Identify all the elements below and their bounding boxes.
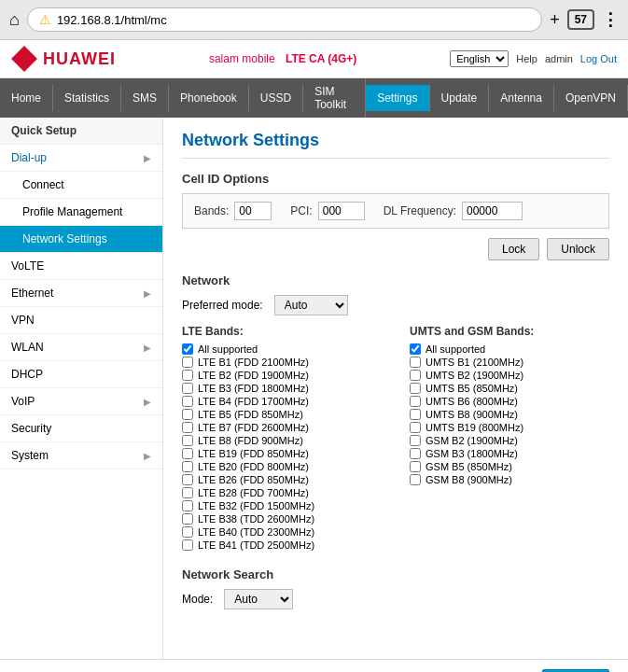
umts-b8-checkbox[interactable] <box>410 409 421 420</box>
umts-b8: UMTS B8 (900MHz) <box>410 409 609 420</box>
lte-b1-checkbox[interactable] <box>182 357 193 368</box>
umts-b5-checkbox[interactable] <box>410 383 421 394</box>
lte-b7-checkbox[interactable] <box>182 422 193 433</box>
gsm-b2-checkbox[interactable] <box>410 435 421 446</box>
nav-statistics[interactable]: Statistics <box>53 85 121 111</box>
chevron-icon: ▶ <box>144 397 151 407</box>
dl-freq-input[interactable] <box>462 202 523 220</box>
lte-b4: LTE B4 (FDD 1700MHz) <box>182 396 382 407</box>
lte-b32-checkbox[interactable] <box>182 500 193 511</box>
nav-simtoolkit[interactable]: SIM Toolkit <box>303 78 366 118</box>
lte-b5: LTE B5 (FDD 850MHz) <box>182 409 382 420</box>
nav-phonebook[interactable]: Phonebook <box>169 85 249 111</box>
lte-b2: LTE B2 (FDD 1900MHz) <box>182 370 382 381</box>
bands-input[interactable] <box>234 202 272 220</box>
preferred-mode-select[interactable]: Auto 4G Only 3G Only 2G Only <box>274 295 348 315</box>
sidebar-volte[interactable]: VoLTE <box>0 253 162 280</box>
lte-b5-checkbox[interactable] <box>182 409 193 420</box>
nav-update[interactable]: Update <box>430 85 490 111</box>
admin-label: admin <box>545 53 573 64</box>
sidebar-dialup[interactable]: Dial-up ▶ <box>0 145 162 172</box>
sidebar-wlan[interactable]: WLAN ▶ <box>0 334 162 361</box>
lte-b26-checkbox[interactable] <box>182 474 193 485</box>
chevron-icon: ▶ <box>144 343 151 353</box>
new-tab-icon[interactable]: + <box>550 10 560 30</box>
nav-settings[interactable]: Settings <box>366 85 429 111</box>
lte-b41-checkbox[interactable] <box>182 539 193 551</box>
page-title: Network Settings <box>182 131 609 159</box>
lte-bands-title: LTE Bands: <box>182 325 382 338</box>
sidebar-quick-setup[interactable]: Quick Setup <box>0 118 162 145</box>
bands-field: Bands: <box>194 202 272 220</box>
umts-b19: UMTS B19 (800MHz) <box>410 422 609 433</box>
gsm-b8-checkbox[interactable] <box>410 474 421 485</box>
dl-freq-field: DL Frequency: <box>384 202 523 220</box>
lte-b20: LTE B20 (FDD 800MHz) <box>182 461 382 472</box>
help-link[interactable]: Help <box>516 53 537 64</box>
sidebar-connect[interactable]: Connect <box>0 172 162 199</box>
pci-field: PCI: <box>290 202 364 220</box>
language-select[interactable]: English <box>450 50 509 67</box>
tab-count[interactable]: 57 <box>567 9 594 30</box>
chevron-icon: ▶ <box>144 288 151 299</box>
nav-openvpn[interactable]: OpenVPN <box>554 85 628 111</box>
brand-name: HUAWEI <box>43 49 116 69</box>
sidebar-ethernet[interactable]: Ethernet ▶ <box>0 280 162 307</box>
lte-b3-checkbox[interactable] <box>182 383 193 394</box>
lte-b40-checkbox[interactable] <box>182 526 193 538</box>
network-title: Network <box>182 273 609 287</box>
lte-b19-checkbox[interactable] <box>182 448 193 459</box>
operator-info: salam mobile LTE CA (4G+) <box>209 52 356 65</box>
gsm-b8: GSM B8 (900MHz) <box>410 474 609 485</box>
home-icon[interactable]: ⌂ <box>9 10 20 30</box>
sidebar-network-settings[interactable]: Network Settings <box>0 226 162 253</box>
umts-b5: UMTS B5 (850MHz) <box>410 383 609 394</box>
lte-b28-checkbox[interactable] <box>182 487 193 498</box>
lte-b4-checkbox[interactable] <box>182 396 193 407</box>
sidebar-system[interactable]: System ▶ <box>0 442 162 469</box>
umts-b1-checkbox[interactable] <box>410 357 421 368</box>
nav-antenna[interactable]: Antenna <box>489 85 554 111</box>
browser-bar: ⌂ ⚠ 192.168.8.1/html/mc + 57 ⋮ <box>0 0 628 40</box>
gsm-b5-checkbox[interactable] <box>410 461 421 472</box>
logout-link[interactable]: Log Out <box>580 53 617 64</box>
lte-b41: LTE B41 (TDD 2500MHz) <box>182 539 382 551</box>
umts-b2: UMTS B2 (1900MHz) <box>410 370 609 381</box>
lock-button[interactable]: Lock <box>488 238 539 260</box>
warning-icon: ⚠ <box>39 12 51 27</box>
sidebar-dhcp[interactable]: DHCP <box>0 361 162 388</box>
umts-b2-checkbox[interactable] <box>410 370 421 381</box>
sidebar-security[interactable]: Security <box>0 415 162 442</box>
umts-all-checkbox[interactable] <box>410 343 421 355</box>
sidebar-voip[interactable]: VoIP ▶ <box>0 388 162 415</box>
gsm-b3-checkbox[interactable] <box>410 448 421 459</box>
bands-container: LTE Bands: All supported LTE B1 (FDD 210… <box>182 325 609 553</box>
mode-label: Mode: <box>182 593 213 606</box>
mode-select[interactable]: Auto Manual <box>224 589 293 609</box>
lte-b38-checkbox[interactable] <box>182 513 193 525</box>
lte-all-checkbox[interactable] <box>182 343 193 355</box>
lte-b2-checkbox[interactable] <box>182 370 193 381</box>
umts-b6-checkbox[interactable] <box>410 396 421 407</box>
pci-label: PCI: <box>290 204 312 217</box>
umts-b19-checkbox[interactable] <box>410 422 421 433</box>
main-content: Network Settings Cell ID Options Bands: … <box>163 118 628 659</box>
nav-sms[interactable]: SMS <box>121 85 169 111</box>
unlock-button[interactable]: Unlock <box>547 238 609 260</box>
nav-home[interactable]: Home <box>0 85 53 111</box>
lte-b1: LTE B1 (FDD 2100MHz) <box>182 357 382 368</box>
sidebar-profile-management[interactable]: Profile Management <box>0 199 162 226</box>
network-search-section: Network Search Mode: Auto Manual <box>182 567 609 609</box>
nav-ussd[interactable]: USSD <box>249 85 303 111</box>
sidebar-vpn[interactable]: VPN <box>0 307 162 334</box>
gsm-b2: GSM B2 (1900MHz) <box>410 435 609 446</box>
browser-menu-icon[interactable]: ⋮ <box>602 9 619 30</box>
cell-id-title: Cell ID Options <box>182 172 609 186</box>
lte-b8-checkbox[interactable] <box>182 435 193 446</box>
lte-b3: LTE B3 (FDD 1800MHz) <box>182 383 382 394</box>
lte-b20-checkbox[interactable] <box>182 461 193 472</box>
address-bar[interactable]: ⚠ 192.168.8.1/html/mc <box>27 7 542 32</box>
umts-b6: UMTS B6 (800MHz) <box>410 396 609 407</box>
gsm-b3: GSM B3 (1800MHz) <box>410 448 609 459</box>
pci-input[interactable] <box>318 202 365 220</box>
